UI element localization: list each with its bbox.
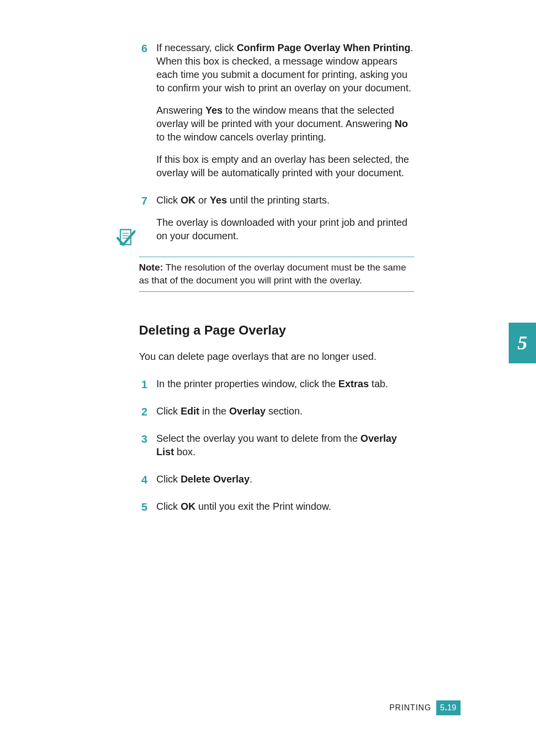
note-text: Note: The resolution of the overlay docu… [139, 257, 414, 292]
step-text: Answering Yes to the window means that t… [156, 104, 414, 144]
step-number: 7 [137, 194, 147, 208]
main-content: 6If necessary, click Confirm Page Overla… [139, 41, 414, 527]
step-text: If necessary, click Confirm Page Overlay… [156, 41, 414, 95]
step-text: Click OK until you exit the Print window… [156, 500, 414, 513]
steps-group-b: 1In the printer properties window, click… [139, 377, 414, 513]
step-number: 2 [137, 405, 147, 419]
step-number: 3 [137, 432, 147, 447]
page: 6If necessary, click Confirm Page Overla… [0, 0, 536, 756]
section-intro: You can delete page overlays that are no… [139, 350, 414, 363]
step: 5Click OK until you exit the Print windo… [139, 500, 414, 513]
footer-page: 19 [447, 703, 457, 712]
steps-group-a: 6If necessary, click Confirm Page Overla… [139, 41, 414, 243]
step: 4Click Delete Overlay. [139, 473, 414, 486]
footer-chapter: 5 [440, 703, 445, 712]
note-block: Note: The resolution of the overlay docu… [139, 257, 414, 292]
step: 2Click Edit in the Overlay section. [139, 405, 414, 418]
step-number: 6 [137, 41, 147, 56]
note-body: The resolution of the overlay document m… [139, 262, 406, 285]
step-text: Click Delete Overlay. [156, 473, 414, 486]
step-text: If this box is empty and an overlay has … [156, 153, 414, 180]
step-number: 5 [137, 500, 147, 515]
step: 3Select the overlay you want to delete f… [139, 432, 414, 459]
note-icon [117, 227, 136, 253]
step-text: The overlay is downloaded with your prin… [156, 216, 414, 243]
step-number: 1 [137, 377, 147, 392]
chapter-tab: 5 [509, 323, 536, 363]
step-text: In the printer properties window, click … [156, 377, 414, 391]
step: 7Click OK or Yes until the printing star… [139, 194, 414, 243]
step-text: Click OK or Yes until the printing start… [156, 194, 414, 207]
footer-label: PRINTING [389, 702, 431, 713]
step-number: 4 [137, 473, 147, 487]
note-label: Note: [139, 262, 163, 273]
step-text: Click Edit in the Overlay section. [156, 405, 414, 418]
footer-page-box: 5.19 [436, 700, 461, 715]
step: 1In the printer properties window, click… [139, 377, 414, 391]
step-text: Select the overlay you want to delete fr… [156, 432, 414, 459]
footer: PRINTING 5.19 [389, 700, 461, 715]
step: 6If necessary, click Confirm Page Overla… [139, 41, 414, 180]
section-heading: Deleting a Page Overlay [139, 322, 414, 339]
